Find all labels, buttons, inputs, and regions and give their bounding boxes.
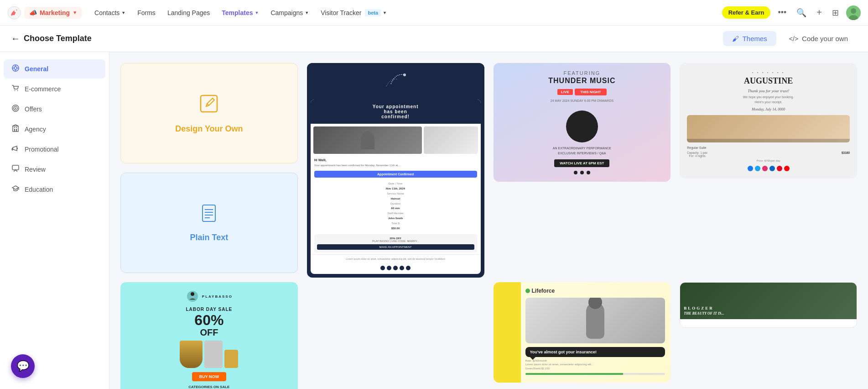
brand-label: Marketing xyxy=(40,9,70,16)
nav-templates[interactable]: Templates ▼ xyxy=(216,6,264,19)
tab-code-own[interactable]: </> Code your own xyxy=(780,31,857,46)
view-tabs: 🖌 Themes </> Code your own xyxy=(723,31,857,46)
nav-visitor-tracker[interactable]: Visitor Tracker beta ▼ xyxy=(315,6,392,19)
user-avatar[interactable] xyxy=(846,5,861,20)
svg-point-31 xyxy=(191,292,194,296)
chevron-down-icon: ▼ xyxy=(121,11,125,15)
search-button[interactable]: 🔍 xyxy=(794,5,809,21)
graduation-icon xyxy=(11,184,20,194)
svg-rect-19 xyxy=(14,127,15,128)
sidebar: General E-commerce Offers Agency Promoti… xyxy=(0,52,109,389)
receipt-card[interactable]: • • • • • • • AUGUSTINE Thank you for yo… xyxy=(680,63,857,179)
music-card[interactable]: FEATURING THUNDER MUSIC LIVE THIS NIGHT … xyxy=(494,63,671,182)
chat-button[interactable]: 💬 xyxy=(11,354,35,378)
nav-contacts[interactable]: Contacts ▼ xyxy=(89,6,131,19)
design-own-card[interactable]: Design Your Own xyxy=(120,63,298,163)
sale-card[interactable]: PLAYBASSO LABOR DAY SALE 60% OFF BUY xyxy=(120,282,298,389)
main-layout: General E-commerce Offers Agency Promoti… xyxy=(0,52,868,389)
sidebar-item-general[interactable]: General xyxy=(4,59,105,79)
template-gallery: Design Your Own Plain Text xyxy=(109,52,868,389)
nav-campaigns[interactable]: Campaigns ▼ xyxy=(265,6,314,19)
nav-items: Contacts ▼ Forms Landing Pages Templates… xyxy=(89,6,720,19)
svg-rect-23 xyxy=(201,95,217,112)
megaphone-icon xyxy=(11,144,20,154)
svg-point-3 xyxy=(851,8,856,14)
svg-rect-24 xyxy=(203,205,215,221)
design-own-label: Design Your Own xyxy=(175,124,243,134)
app-logo[interactable] xyxy=(7,6,21,20)
sidebar-agency-label: Agency xyxy=(25,126,46,133)
sidebar-item-ecommerce[interactable]: E-commerce xyxy=(4,79,105,99)
grid-icon: ⊞ xyxy=(832,8,839,18)
edit-icon xyxy=(198,93,220,119)
svg-point-6 xyxy=(14,67,17,69)
chevron-down-icon: ▼ xyxy=(383,11,387,15)
apps-button[interactable]: ⊞ xyxy=(829,5,842,21)
svg-point-1 xyxy=(15,10,17,12)
svg-point-11 xyxy=(15,90,16,91)
sidebar-item-education[interactable]: Education xyxy=(4,180,105,199)
svg-point-12 xyxy=(17,90,18,91)
ellipsis-icon: ••• xyxy=(778,8,786,17)
sidebar-promotional-label: Promotional xyxy=(25,146,59,153)
nav-landing-pages[interactable]: Landing Pages xyxy=(162,6,215,19)
svg-rect-20 xyxy=(16,127,17,128)
add-button[interactable]: + xyxy=(814,5,825,21)
subheader: ← Choose Template 🖌 Themes </> Code your… xyxy=(0,26,868,52)
cart-icon xyxy=(11,84,20,94)
nav-right: Refer & Earn ••• 🔍 + ⊞ xyxy=(722,5,861,21)
plus-icon: + xyxy=(816,7,822,18)
svg-rect-21 xyxy=(12,165,19,170)
sidebar-item-offers[interactable]: Offers xyxy=(4,100,105,119)
sidebar-item-agency[interactable]: Agency xyxy=(4,120,105,139)
brush-icon: 🖌 xyxy=(732,35,739,42)
back-arrow-icon: ← xyxy=(11,33,20,44)
svg-rect-17 xyxy=(14,129,15,131)
search-icon: 🔍 xyxy=(796,8,806,18)
svg-rect-18 xyxy=(16,129,17,131)
top-navigation: 📣 Marketing ▼ Contacts ▼ Forms Landing P… xyxy=(0,0,868,26)
review-icon xyxy=(11,164,20,174)
sidebar-ecommerce-label: E-commerce xyxy=(25,85,61,93)
plain-text-card[interactable]: Plain Text xyxy=(120,173,298,273)
insurance-card[interactable]: Lifeforce You've almost got your insuran… xyxy=(494,282,671,383)
svg-rect-16 xyxy=(13,126,18,131)
svg-point-15 xyxy=(15,108,16,109)
megaphone-icon: 📣 xyxy=(29,9,37,16)
plain-text-label: Plain Text xyxy=(190,233,229,242)
document-icon xyxy=(199,203,219,227)
target-icon xyxy=(11,104,20,114)
sidebar-review-label: Review xyxy=(25,166,46,173)
appointment-card[interactable]: Your appointment has been confirmed! xyxy=(307,63,484,278)
sidebar-item-review[interactable]: Review xyxy=(4,160,105,179)
chevron-down-icon: ▼ xyxy=(305,11,309,15)
chevron-down-icon: ▼ xyxy=(73,10,77,15)
back-button[interactable]: ← Choose Template xyxy=(11,33,92,44)
sidebar-offers-label: Offers xyxy=(25,105,42,113)
svg-point-29 xyxy=(403,74,406,76)
sidebar-education-label: Education xyxy=(25,186,53,193)
beta-badge: beta xyxy=(365,9,381,16)
star-icon xyxy=(11,64,20,74)
refer-earn-button[interactable]: Refer & Earn xyxy=(722,6,771,19)
chat-icon: 💬 xyxy=(17,360,29,372)
more-options-button[interactable]: ••• xyxy=(775,5,789,20)
building-icon xyxy=(11,124,20,134)
brand-dropdown[interactable]: 📣 Marketing ▼ xyxy=(25,7,82,19)
tab-themes[interactable]: 🖌 Themes xyxy=(723,31,776,46)
sidebar-general-label: General xyxy=(25,65,48,73)
sidebar-item-promotional[interactable]: Promotional xyxy=(4,140,105,159)
nav-forms[interactable]: Forms xyxy=(132,6,161,19)
code-icon: </> xyxy=(789,35,798,42)
blog1-card[interactable]: BLOGZER THE BEAUTY OF IT IS... xyxy=(680,282,857,328)
chevron-down-icon: ▼ xyxy=(255,11,259,15)
